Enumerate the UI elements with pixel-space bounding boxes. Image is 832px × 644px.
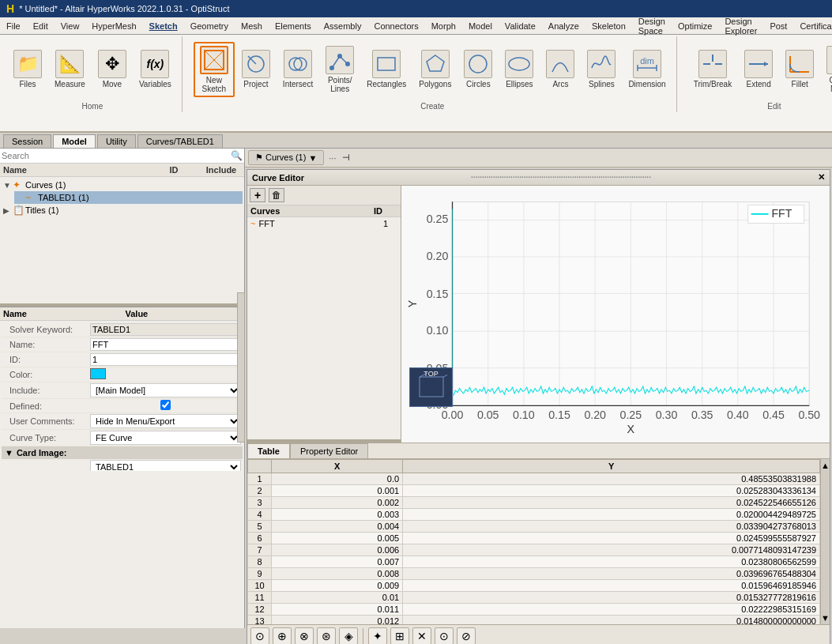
ribbon-btn-rectangles[interactable]: Rectangles: [361, 47, 412, 92]
ribbon-btn-dimension[interactable]: dim Dimension: [623, 47, 671, 92]
menu-mesh[interactable]: Mesh: [235, 20, 269, 32]
ribbon-btn-files[interactable]: 📁 Files: [8, 47, 47, 92]
toolbar-btn-9[interactable]: ⊙: [435, 627, 454, 644]
toolbar-btn-6[interactable]: ✦: [368, 627, 387, 644]
menu-analyze[interactable]: Analyze: [542, 20, 585, 32]
search-icon[interactable]: 🔍: [231, 150, 243, 161]
menu-validate[interactable]: Validate: [499, 20, 542, 32]
toolbar-btn-8[interactable]: ✕: [412, 627, 431, 644]
breadcrumb-pin[interactable]: ⊣: [339, 151, 353, 164]
ribbon-btn-points-lines[interactable]: Points/Lines: [320, 43, 360, 96]
menu-edit[interactable]: Edit: [27, 20, 55, 32]
ribbon-btn-measure[interactable]: 📐 Measure: [49, 47, 91, 92]
menu-connectors[interactable]: Connectors: [367, 20, 424, 32]
menu-model[interactable]: Model: [462, 20, 499, 32]
ribbon-btn-splines[interactable]: Splines: [582, 47, 621, 92]
ribbon-btn-ellipses[interactable]: Ellipses: [499, 47, 539, 92]
curve-type-select[interactable]: FE Curve: [90, 431, 241, 445]
tab-property-editor[interactable]: Property Editor: [290, 443, 368, 458]
tab-model[interactable]: Model: [53, 134, 96, 148]
curve-list-panel: + 🗑 Curves ID ~ FFT 1: [247, 186, 401, 443]
ribbon-btn-intersect[interactable]: Intersect: [277, 47, 318, 92]
name-input[interactable]: [90, 338, 241, 351]
menu-sketch[interactable]: Sketch: [143, 20, 184, 32]
prop-color-value[interactable]: [90, 368, 241, 381]
data-table-scroll[interactable]: X Y 10.00.48553503831988 20.0010.0252830…: [247, 459, 820, 624]
menu-designspace[interactable]: Design Space: [632, 15, 672, 37]
curve-editor-close-icon[interactable]: ✕: [818, 172, 825, 183]
table-row[interactable]: 40.0030.020004429489725: [248, 508, 820, 520]
table-row[interactable]: 10.00.48553503831988: [248, 473, 820, 484]
toolbar-btn-5[interactable]: ◈: [339, 627, 358, 644]
left-panel-scrollbar[interactable]: [237, 292, 245, 443]
search-input[interactable]: [2, 151, 231, 160]
scroll-down-icon[interactable]: ▼: [821, 613, 830, 623]
tab-utility[interactable]: Utility: [97, 134, 136, 148]
breadcrumb-more[interactable]: ···: [326, 152, 339, 164]
ribbon-btn-polygons[interactable]: Polygons: [413, 47, 457, 92]
menu-hypermesh[interactable]: HyperMesh: [85, 20, 142, 32]
table-row[interactable]: 80.0070.02380806562599: [248, 555, 820, 567]
table-row[interactable]: 90.0080.039696765488304: [248, 567, 820, 579]
toolbar-btn-1[interactable]: ⊙: [250, 627, 269, 644]
toolbar-btn-2[interactable]: ⊕: [273, 627, 292, 644]
prop-name-value: [90, 338, 241, 351]
ribbon-btn-project[interactable]: Project: [236, 47, 276, 92]
toolbar-btn-4[interactable]: ⊛: [317, 627, 336, 644]
table-row[interactable]: 30.0020.024522546655126: [248, 496, 820, 508]
table-row[interactable]: 60.0050.024599555587927: [248, 532, 820, 544]
curve-list-item-fft[interactable]: ~ FFT 1: [247, 217, 401, 230]
menu-skeleton[interactable]: Skeleton: [585, 20, 632, 32]
tab-curves-tabled1[interactable]: Curves/TABLED1: [137, 134, 223, 148]
user-comments-select[interactable]: Hide In Menu/Export: [90, 414, 241, 428]
ribbon-btn-offset-mirror[interactable]: Offset/Mirror: [821, 43, 832, 96]
ribbon-btn-fillet[interactable]: Fillet: [780, 47, 819, 92]
table-row[interactable]: 20.0010.025283043336134: [248, 484, 820, 496]
table-row[interactable]: 70.0060.0077148093147239: [248, 544, 820, 555]
menu-view[interactable]: View: [55, 20, 86, 32]
table-row[interactable]: 120.0110.02222985315169: [248, 603, 820, 615]
menu-geometry[interactable]: Geometry: [184, 20, 235, 32]
scroll-up-icon[interactable]: ▲: [821, 461, 830, 470]
ribbon-btn-extend[interactable]: Extend: [739, 47, 778, 92]
tree-item-curves[interactable]: ▼ ✦ Curves (1): [2, 179, 243, 191]
include-select[interactable]: [Main Model]: [90, 383, 241, 397]
delete-curve-btn[interactable]: 🗑: [269, 188, 284, 202]
menu-optimize[interactable]: Optimize: [672, 20, 718, 32]
table-scrollbar[interactable]: ▲ ▼: [820, 459, 830, 624]
card-image-section-header[interactable]: ▼ Card Image:: [2, 446, 243, 459]
ribbon-btn-trim-break[interactable]: Trim/Break: [688, 47, 738, 92]
add-curve-btn[interactable]: +: [250, 188, 265, 202]
defined-checkbox[interactable]: [90, 400, 241, 410]
table-row[interactable]: 130.0120.014800000000000: [248, 615, 820, 624]
menu-assembly[interactable]: Assembly: [318, 20, 368, 32]
tab-session[interactable]: Session: [3, 134, 51, 148]
ribbon-btn-move[interactable]: ✥ Move: [92, 47, 132, 92]
menu-file[interactable]: File: [0, 20, 27, 32]
toolbar-btn-10[interactable]: ⊘: [457, 627, 476, 644]
tab-table[interactable]: Table: [247, 443, 290, 458]
card-image-select[interactable]: TABLED1: [90, 460, 241, 471]
menu-morph[interactable]: Morph: [425, 20, 462, 32]
toolbar-btn-7[interactable]: ⊞: [390, 627, 409, 644]
id-input[interactable]: [90, 353, 241, 366]
ribbon-btn-arcs[interactable]: Arcs: [540, 47, 580, 92]
color-swatch[interactable]: [90, 368, 106, 379]
menu-designexplorer[interactable]: Design Explorer: [718, 15, 763, 37]
menu-certification[interactable]: Certification: [793, 20, 832, 32]
ribbon: 📁 Files 📐 Measure ✥ Move f(x) Variables …: [0, 35, 832, 133]
curves-breadcrumb-btn[interactable]: ⚑ Curves (1) ▼: [248, 150, 324, 165]
table-row[interactable]: 100.0090.01596469185946: [248, 579, 820, 591]
svg-text:FFT: FFT: [771, 207, 792, 220]
tree-item-titles[interactable]: ▶ 📋 Titles (1): [2, 204, 243, 217]
table-row[interactable]: 110.010.015327772819616: [248, 591, 820, 603]
menu-post[interactable]: Post: [763, 20, 793, 32]
tree-item-tabled1[interactable]: ~ TABLED1 (1): [14, 191, 243, 204]
ribbon-btn-circles[interactable]: Circles: [458, 47, 498, 92]
toolbar-btn-3[interactable]: ⊗: [295, 627, 314, 644]
ribbon-btn-variables[interactable]: f(x) Variables: [134, 47, 177, 92]
menu-elements[interactable]: Elements: [269, 20, 318, 32]
table-row[interactable]: 50.0040.033904273768013: [248, 520, 820, 532]
ribbon-btn-new-sketch[interactable]: NewSketch: [194, 42, 235, 97]
solver-keyword-input[interactable]: [90, 323, 241, 336]
